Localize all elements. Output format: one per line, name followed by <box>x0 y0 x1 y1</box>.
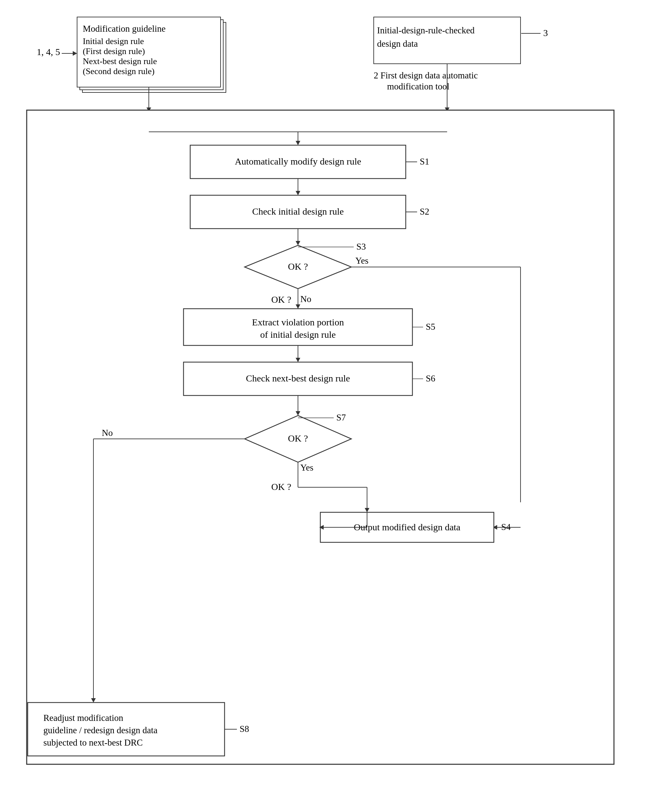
svg-text:guideline / redesign design da: guideline / redesign design data <box>43 725 157 735</box>
svg-text:Readjust modification: Readjust modification <box>43 713 123 723</box>
svg-text:Initial-design-rule-checked: Initial-design-rule-checked <box>377 25 475 35</box>
svg-text:S1: S1 <box>420 157 429 166</box>
svg-text:2  First design data automatic: 2 First design data automatic <box>374 71 478 80</box>
svg-text:Automatically modify design ru: Automatically modify design rule <box>235 156 361 166</box>
svg-text:Output modified design data: Output modified design data <box>354 522 460 532</box>
svg-text:S2: S2 <box>420 207 429 217</box>
svg-text:Extract violation portion: Extract violation portion <box>252 317 344 328</box>
svg-text:No: No <box>300 294 311 304</box>
svg-text:modification tool: modification tool <box>387 82 449 91</box>
svg-text:S5: S5 <box>426 322 435 332</box>
svg-text:design data: design data <box>377 39 418 49</box>
svg-text:S8: S8 <box>240 724 249 734</box>
svg-text:S4: S4 <box>501 522 511 532</box>
svg-text:1, 4, 5: 1, 4, 5 <box>37 47 60 57</box>
svg-text:(Second design rule): (Second design rule) <box>83 66 154 76</box>
svg-text:3: 3 <box>543 28 548 38</box>
s7-text: OK ? <box>271 481 291 492</box>
svg-marker-46 <box>73 51 77 56</box>
svg-text:S3: S3 <box>356 241 366 252</box>
svg-text:Yes: Yes <box>300 463 313 472</box>
s3-text: OK ? <box>271 294 291 305</box>
main-diagram: 1, 4, 5 Modification guideline Initial d… <box>0 0 655 812</box>
svg-text:No: No <box>102 428 113 438</box>
svg-text:Next-best design rule: Next-best design rule <box>83 56 157 66</box>
svg-text:of initial design rule: of initial design rule <box>260 329 336 340</box>
svg-text:Modification guideline: Modification guideline <box>83 24 166 34</box>
svg-text:OK ?: OK ? <box>288 261 308 272</box>
svg-text:(First design rule): (First design rule) <box>83 46 145 56</box>
svg-text:OK ?: OK ? <box>288 433 308 444</box>
svg-text:Initial design rule: Initial design rule <box>83 36 144 46</box>
svg-text:Check next-best design rule: Check next-best design rule <box>246 373 350 383</box>
svg-text:Yes: Yes <box>355 256 368 266</box>
svg-text:S7: S7 <box>336 412 346 423</box>
svg-text:S6: S6 <box>426 374 435 383</box>
svg-text:subjected to next-best DRC: subjected to next-best DRC <box>43 738 143 747</box>
svg-text:Check initial design rule: Check initial design rule <box>252 206 344 217</box>
